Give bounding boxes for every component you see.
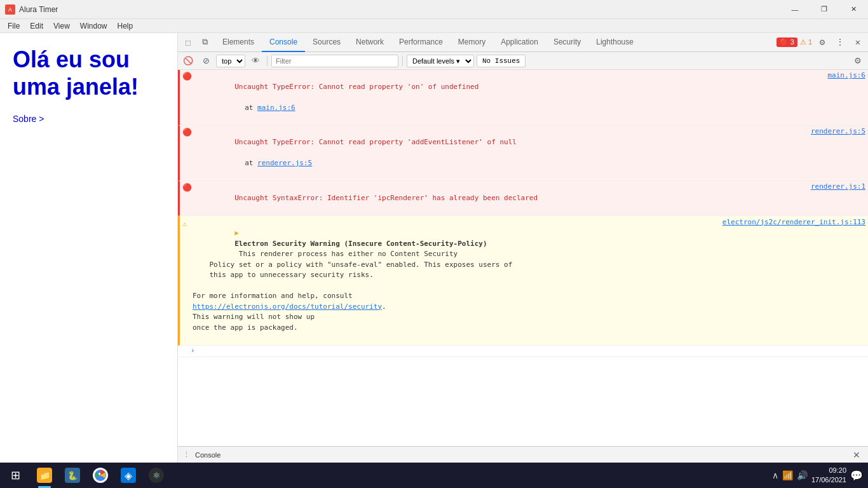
console-prompt-row: › xyxy=(178,346,868,357)
taskbar-app-python[interactable]: 🐍 xyxy=(58,463,86,488)
sobre-link[interactable]: Sobre > xyxy=(13,114,44,124)
eye-icon[interactable]: 👁 xyxy=(248,54,263,68)
log-levels-selector[interactable]: Default levels ▾ xyxy=(407,55,474,67)
filter-input[interactable] xyxy=(271,55,398,67)
more-options-icon[interactable]: ⋮ xyxy=(832,35,848,50)
renderer-js-5-link[interactable]: renderer.js:5 xyxy=(257,159,312,167)
console-prompt-arrow[interactable]: › xyxy=(191,347,195,355)
expand-warning-triangle[interactable]: ▶ xyxy=(234,228,239,239)
console-row-error-3: 🔴 Uncaught SyntaxError: Identifier 'ipcR… xyxy=(178,181,868,216)
console-source-1[interactable]: main.js:6 xyxy=(827,71,865,79)
menu-window[interactable]: Window xyxy=(75,20,112,32)
taskbar-app-vscode[interactable]: ◈ xyxy=(114,463,142,488)
tab-application[interactable]: Application xyxy=(493,33,546,52)
device-icon[interactable]: ⧉ xyxy=(197,35,212,50)
tab-network[interactable]: Network xyxy=(348,33,391,52)
close-button[interactable]: ✕ xyxy=(839,0,868,19)
console-row-error-2: 🔴 Uncaught TypeError: Cannot read proper… xyxy=(178,126,868,182)
inspect-icon[interactable]: ⬚ xyxy=(180,35,196,50)
python-icon: 🐍 xyxy=(65,468,80,483)
taskbar-apps: 📁 🐍 ◈ ⚛ xyxy=(31,463,767,488)
console-source-2[interactable]: renderer.js:5 xyxy=(811,127,865,135)
console-source-3[interactable]: renderer.js:1 xyxy=(811,182,865,191)
console-settings-icon[interactable]: ⚙ xyxy=(850,54,865,68)
network-icon[interactable]: 📶 xyxy=(782,470,793,480)
tab-elements[interactable]: Elements xyxy=(215,33,262,52)
title-bar-controls: — ❐ ✕ xyxy=(780,0,868,19)
warning-badge: ⚠ 1 xyxy=(800,38,812,46)
sound-icon[interactable]: 🔊 xyxy=(797,470,808,480)
console-row-warning-1: ⚠ ▶ Electron Security Warning (Insecure … xyxy=(178,216,868,346)
file-explorer-icon: 📁 xyxy=(37,468,52,483)
menu-view[interactable]: View xyxy=(48,20,75,32)
bottom-close-icon[interactable]: ✕ xyxy=(850,449,863,461)
console-source-warning-1[interactable]: electron/js2c/renderer_init.js:113 xyxy=(722,218,865,226)
notification-icon[interactable]: 💬 xyxy=(850,470,863,482)
devtools-bottom-bar: ⋮ Console ✕ xyxy=(178,446,868,463)
menu-file[interactable]: File xyxy=(3,20,25,32)
security-url-link[interactable]: https://electronjs.org/docs/tutorial/sec… xyxy=(193,302,382,311)
devtools-tab-bar: ⬚ ⧉ Elements Console Sources Network Per… xyxy=(178,33,868,52)
bottom-dots-icon[interactable]: ⋮ xyxy=(183,451,190,459)
tab-sources[interactable]: Sources xyxy=(305,33,348,52)
devtools-tabs-list: Elements Console Sources Network Perform… xyxy=(215,33,776,52)
toolbar-divider xyxy=(267,56,268,66)
taskbar-app-chrome[interactable] xyxy=(86,463,114,488)
system-tray-chevron[interactable]: ∧ xyxy=(772,470,778,480)
chrome-icon xyxy=(93,468,108,483)
stop-recording-icon[interactable]: ⊘ xyxy=(198,54,214,68)
menu-bar: File Edit View Window Help xyxy=(0,19,868,33)
console-msg-warning-1: ▶ Electron Security Warning (Insecure Co… xyxy=(193,218,717,344)
devtools-tabs-right: 🔴 3 ⚠ 1 ⚙ ⋮ ✕ xyxy=(776,35,868,50)
toolbar-divider2 xyxy=(402,56,403,66)
error-badge: 🔴 3 xyxy=(776,37,797,47)
devtools-tab-icons: ⬚ ⧉ xyxy=(178,35,215,50)
devtools-panel: ⬚ ⧉ Elements Console Sources Network Per… xyxy=(178,33,868,463)
context-selector[interactable]: top xyxy=(216,55,245,67)
tab-console[interactable]: Console xyxy=(262,33,305,52)
error-icon-2: 🔴 xyxy=(182,128,193,137)
tab-memory[interactable]: Memory xyxy=(451,33,493,52)
taskbar: ⊞ 📁 🐍 ◈ ⚛ ∧ 📶 🔊 09:20 17/06/2021 💬 xyxy=(0,463,868,488)
app-heading: Olá eu sou uma janela! xyxy=(13,46,165,100)
tab-security[interactable]: Security xyxy=(546,33,588,52)
taskbar-app-electron[interactable]: ⚛ xyxy=(142,463,170,488)
menu-help[interactable]: Help xyxy=(112,20,139,32)
console-row-error-1: 🔴 Uncaught TypeError: Cannot read proper… xyxy=(178,70,868,126)
tab-lighthouse[interactable]: Lighthouse xyxy=(588,33,641,52)
console-output: 🔴 Uncaught TypeError: Cannot read proper… xyxy=(178,70,868,446)
app-content: Olá eu sou uma janela! Sobre > xyxy=(0,33,178,463)
taskbar-right: ∧ 📶 🔊 09:20 17/06/2021 💬 xyxy=(767,466,868,485)
settings-icon[interactable]: ⚙ xyxy=(815,35,830,50)
title-bar: A Alura Timer — ❐ ✕ xyxy=(0,0,868,19)
bottom-console-label: Console xyxy=(195,451,850,459)
no-issues-badge: No Issues xyxy=(477,55,526,67)
taskbar-app-file-explorer[interactable]: 📁 xyxy=(31,463,58,488)
error-icon-3: 🔴 xyxy=(182,183,193,193)
minimize-button[interactable]: — xyxy=(780,0,810,19)
console-msg-1: Uncaught TypeError: Cannot read property… xyxy=(193,71,822,124)
warning-icon-1: ⚠ xyxy=(182,219,193,229)
maximize-button[interactable]: ❐ xyxy=(810,0,839,19)
start-button[interactable]: ⊞ xyxy=(0,463,31,488)
app-icon: A xyxy=(5,4,15,15)
clear-console-icon[interactable]: 🚫 xyxy=(180,54,196,68)
title-bar-left: A Alura Timer xyxy=(5,4,58,15)
console-msg-2: Uncaught TypeError: Cannot read property… xyxy=(193,127,806,180)
taskbar-time[interactable]: 09:20 17/06/2021 xyxy=(811,466,846,485)
console-msg-3: Uncaught SyntaxError: Identifier 'ipcRen… xyxy=(193,182,806,214)
electron-icon: ⚛ xyxy=(149,468,164,483)
devtools-toolbar: 🚫 ⊘ top 👁 Default levels ▾ No Issues ⚙ xyxy=(178,52,868,70)
main-area: Olá eu sou uma janela! Sobre > ⬚ ⧉ Eleme… xyxy=(0,33,868,463)
tab-performance[interactable]: Performance xyxy=(391,33,451,52)
main-js-6-link-1[interactable]: main.js:6 xyxy=(257,104,295,112)
error-icon-1: 🔴 xyxy=(182,72,193,81)
menu-edit[interactable]: Edit xyxy=(25,20,48,32)
devtools-close-icon[interactable]: ✕ xyxy=(850,35,865,50)
vscode-icon: ◈ xyxy=(121,468,136,483)
app-title: Alura Timer xyxy=(19,5,58,14)
